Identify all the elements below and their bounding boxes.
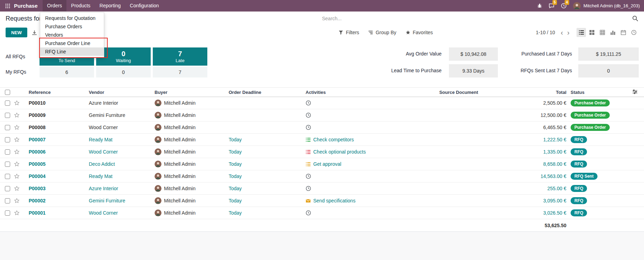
list-activity-icon[interactable] bbox=[306, 162, 311, 167]
row-star-icon[interactable] bbox=[14, 173, 26, 179]
view-calendar-icon[interactable] bbox=[618, 28, 628, 37]
row-activity-label[interactable]: Get approval bbox=[313, 161, 341, 167]
search-icon[interactable] bbox=[632, 15, 638, 22]
row-reference[interactable]: P00006 bbox=[26, 149, 87, 155]
col-buyer[interactable]: Buyer bbox=[155, 90, 229, 95]
row-star-icon[interactable] bbox=[14, 198, 26, 203]
table-row[interactable]: P00007 Ready Mat Mitchell Admin Today Ch… bbox=[0, 134, 644, 146]
dropdown-item-purchase-order-line[interactable]: Purchase Order Line bbox=[40, 39, 104, 47]
row-activity[interactable]: Send specifications bbox=[306, 198, 400, 203]
my-rfq-late[interactable]: 7 bbox=[153, 67, 207, 77]
search-bar[interactable] bbox=[322, 15, 638, 22]
list-activity-icon[interactable] bbox=[306, 137, 311, 142]
col-total[interactable]: Total bbox=[517, 90, 566, 95]
row-star-icon[interactable] bbox=[14, 161, 26, 167]
table-row[interactable]: P00003 Azure Interior Mitchell Admin Tod… bbox=[0, 183, 644, 195]
my-rfq-to-send[interactable]: 6 bbox=[40, 67, 94, 77]
table-row[interactable]: P00006 Wood Corner Mitchell Admin Today … bbox=[0, 146, 644, 158]
row-checkbox[interactable] bbox=[5, 113, 10, 118]
table-settings-icon[interactable] bbox=[632, 89, 638, 96]
clock-activity-icon[interactable] bbox=[306, 186, 311, 191]
debug-icon[interactable] bbox=[537, 3, 542, 8]
user-name[interactable]: Mitchell Admin (db_16_203) bbox=[584, 3, 640, 8]
row-star-icon[interactable] bbox=[14, 112, 26, 118]
rfq-box-waiting[interactable]: 0 Waiting bbox=[96, 47, 151, 66]
col-source-document[interactable]: Source Document bbox=[400, 90, 517, 95]
row-reference[interactable]: P00005 bbox=[26, 161, 87, 167]
apps-grid-icon[interactable] bbox=[2, 3, 13, 9]
row-activity[interactable] bbox=[306, 100, 400, 106]
row-star-icon[interactable] bbox=[14, 125, 26, 130]
favorites-button[interactable]: Favorites bbox=[402, 28, 437, 37]
clock-activity-icon[interactable] bbox=[306, 112, 311, 118]
row-activity[interactable]: Get approval bbox=[306, 161, 400, 167]
view-graph-icon[interactable] bbox=[608, 28, 617, 37]
table-row[interactable]: P00005 Deco Addict Mitchell Admin Today … bbox=[0, 158, 644, 170]
row-activity[interactable] bbox=[306, 210, 400, 216]
clock-activity-icon[interactable] bbox=[306, 100, 311, 106]
col-vendor[interactable]: Vendor bbox=[87, 90, 155, 95]
messages-icon[interactable]: 5 bbox=[549, 3, 554, 9]
list-activity-icon[interactable] bbox=[306, 149, 311, 155]
view-activity-icon[interactable] bbox=[629, 28, 638, 37]
menu-reporting[interactable]: Reporting bbox=[95, 0, 126, 12]
menu-products[interactable]: Products bbox=[66, 0, 95, 12]
dropdown-item-rfq-line[interactable]: RFQ Line bbox=[40, 47, 104, 56]
clock-activity-icon[interactable] bbox=[306, 173, 311, 179]
row-checkbox[interactable] bbox=[5, 174, 10, 179]
row-checkbox[interactable] bbox=[5, 186, 10, 191]
clock-activity-icon[interactable] bbox=[306, 125, 311, 130]
row-reference[interactable]: P00008 bbox=[26, 125, 87, 130]
row-reference[interactable]: P00003 bbox=[26, 186, 87, 191]
rfq-box-late[interactable]: 7 Late bbox=[153, 47, 207, 66]
row-star-icon[interactable] bbox=[14, 137, 26, 142]
row-activity[interactable]: Check optional products bbox=[306, 149, 400, 155]
row-activity[interactable] bbox=[306, 125, 400, 130]
clock-activity-icon[interactable] bbox=[306, 210, 311, 216]
view-pivot-icon[interactable] bbox=[598, 28, 607, 37]
select-all-checkbox[interactable] bbox=[5, 90, 10, 95]
col-status[interactable]: Status bbox=[566, 90, 624, 95]
col-activities[interactable]: Activities bbox=[306, 90, 400, 95]
view-list-icon[interactable] bbox=[577, 28, 586, 37]
dropdown-item-purchase-orders[interactable]: Purchase Orders bbox=[40, 22, 104, 31]
row-reference[interactable]: P00001 bbox=[26, 210, 87, 216]
row-activity-label[interactable]: Check competitors bbox=[313, 137, 354, 142]
col-order-deadline[interactable]: Order Deadline bbox=[229, 90, 306, 95]
table-row[interactable]: P00010 Azure Interior Mitchell Admin 2,5… bbox=[0, 97, 644, 109]
pager-prev-icon[interactable]: ‹ bbox=[559, 29, 565, 36]
row-star-icon[interactable] bbox=[14, 186, 26, 191]
table-row[interactable]: P00002 Gemini Furniture Mitchell Admin T… bbox=[0, 195, 644, 207]
my-rfq-waiting[interactable]: 0 bbox=[96, 67, 151, 77]
row-checkbox[interactable] bbox=[5, 210, 10, 216]
row-reference[interactable]: P00010 bbox=[26, 100, 87, 106]
filters-button[interactable]: Filters bbox=[335, 28, 363, 37]
row-activity[interactable] bbox=[306, 186, 400, 191]
row-activity[interactable] bbox=[306, 173, 400, 179]
table-row[interactable]: P00004 Ready Mat Mitchell Admin Today 14… bbox=[0, 170, 644, 183]
row-reference[interactable]: P00007 bbox=[26, 137, 87, 142]
group-by-button[interactable]: Group By bbox=[364, 28, 400, 37]
row-checkbox[interactable] bbox=[5, 149, 10, 155]
row-checkbox[interactable] bbox=[5, 101, 10, 106]
row-reference[interactable]: P00002 bbox=[26, 198, 87, 203]
table-row[interactable]: P00001 Wood Corner Mitchell Admin Today … bbox=[0, 207, 644, 219]
col-reference[interactable]: Reference bbox=[26, 90, 87, 95]
activities-icon[interactable]: 4 bbox=[561, 3, 567, 9]
row-checkbox[interactable] bbox=[5, 198, 10, 203]
row-activity[interactable]: Check competitors bbox=[306, 137, 400, 142]
table-row[interactable]: P00008 Wood Corner Mitchell Admin 6,465.… bbox=[0, 121, 644, 134]
pager-next-icon[interactable]: › bbox=[565, 29, 572, 36]
search-input[interactable] bbox=[322, 16, 632, 21]
row-star-icon[interactable] bbox=[14, 149, 26, 155]
menu-orders[interactable]: Orders bbox=[43, 0, 67, 12]
user-avatar[interactable] bbox=[573, 2, 581, 10]
row-reference[interactable]: P00009 bbox=[26, 112, 87, 118]
row-reference[interactable]: P00004 bbox=[26, 173, 87, 179]
new-button[interactable]: NEW bbox=[6, 28, 27, 37]
table-row[interactable]: P00009 Gemini Furniture Mitchell Admin 1… bbox=[0, 109, 644, 121]
app-name[interactable]: Purchase bbox=[14, 3, 38, 9]
row-activity[interactable] bbox=[306, 112, 400, 118]
row-checkbox[interactable] bbox=[5, 162, 10, 167]
view-kanban-icon[interactable] bbox=[587, 28, 596, 37]
